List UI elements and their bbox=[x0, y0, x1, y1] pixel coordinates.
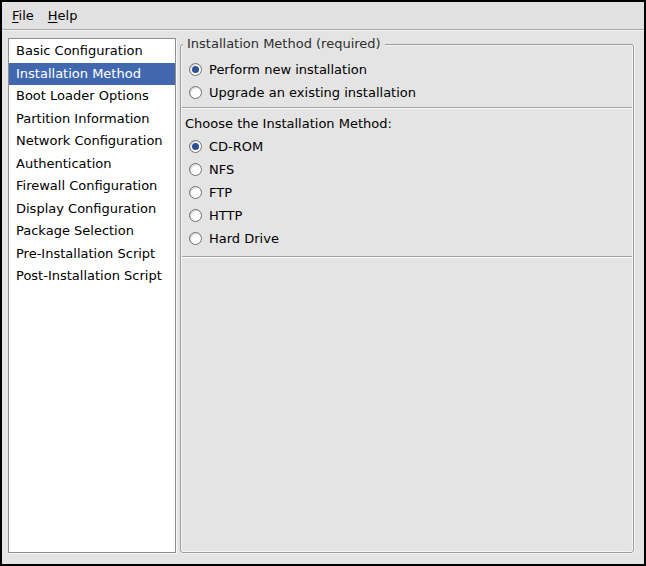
sidebar-item-authentication[interactable]: Authentication bbox=[9, 153, 175, 176]
sidebar-item-network-configuration[interactable]: Network Configuration bbox=[9, 130, 175, 153]
radio-label: NFS bbox=[209, 162, 234, 177]
sidebar-nav: Basic Configuration Installation Method … bbox=[8, 38, 176, 553]
menu-file-rest: ile bbox=[19, 8, 34, 23]
radio-label: CD-ROM bbox=[209, 139, 263, 154]
sidebar-item-post-installation-script[interactable]: Post-Installation Script bbox=[9, 265, 175, 288]
radio-unselected-icon bbox=[189, 163, 202, 176]
installation-method-panel: Installation Method (required) Perform n… bbox=[180, 44, 634, 553]
menu-help[interactable]: Help bbox=[41, 4, 85, 27]
radio-perform-new-installation[interactable]: Perform new installation bbox=[181, 58, 633, 81]
sidebar-item-basic-configuration[interactable]: Basic Configuration bbox=[9, 40, 175, 63]
menu-file[interactable]: File bbox=[5, 4, 41, 27]
sidebar-item-pre-installation-script[interactable]: Pre-Installation Script bbox=[9, 243, 175, 266]
menu-help-accel: H bbox=[48, 8, 58, 23]
menu-help-rest: elp bbox=[58, 8, 78, 23]
separator bbox=[182, 107, 632, 109]
radio-unselected-icon bbox=[189, 209, 202, 222]
kickstart-configurator-window: File Help Basic Configuration Installati… bbox=[0, 0, 646, 566]
radio-label: Hard Drive bbox=[209, 231, 279, 246]
sidebar-item-firewall-configuration[interactable]: Firewall Configuration bbox=[9, 175, 175, 198]
radio-label: Upgrade an existing installation bbox=[209, 85, 416, 100]
radio-unselected-icon bbox=[189, 86, 202, 99]
radio-cdrom[interactable]: CD-ROM bbox=[181, 135, 633, 158]
sidebar-item-boot-loader-options[interactable]: Boot Loader Options bbox=[9, 85, 175, 108]
radio-label: Perform new installation bbox=[209, 62, 367, 77]
sidebar-item-package-selection[interactable]: Package Selection bbox=[9, 220, 175, 243]
separator bbox=[182, 256, 632, 258]
radio-label: HTTP bbox=[209, 208, 242, 223]
radio-nfs[interactable]: NFS bbox=[181, 158, 633, 181]
frame-content: Perform new installation Upgrade an exis… bbox=[181, 45, 633, 261]
menubar: File Help bbox=[2, 2, 644, 30]
sidebar-item-display-configuration[interactable]: Display Configuration bbox=[9, 198, 175, 221]
sidebar-item-partition-information[interactable]: Partition Information bbox=[9, 108, 175, 131]
radio-unselected-icon bbox=[189, 232, 202, 245]
radio-selected-icon bbox=[189, 63, 202, 76]
sidebar-item-installation-method[interactable]: Installation Method bbox=[9, 63, 175, 86]
radio-hard-drive[interactable]: Hard Drive bbox=[181, 227, 633, 250]
radio-ftp[interactable]: FTP bbox=[181, 181, 633, 204]
radio-http[interactable]: HTTP bbox=[181, 204, 633, 227]
radio-selected-icon bbox=[189, 140, 202, 153]
radio-upgrade-existing-installation[interactable]: Upgrade an existing installation bbox=[181, 81, 633, 104]
radio-unselected-icon bbox=[189, 186, 202, 199]
radio-label: FTP bbox=[209, 185, 232, 200]
choose-method-label: Choose the Installation Method: bbox=[181, 112, 633, 135]
